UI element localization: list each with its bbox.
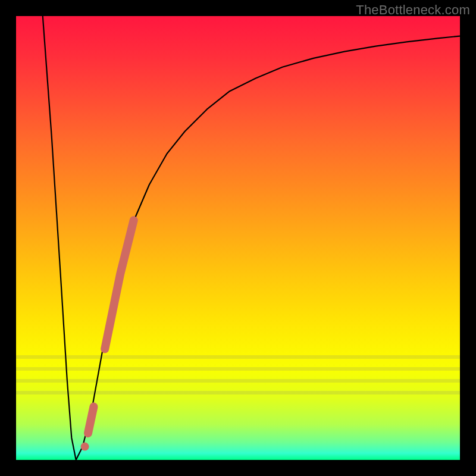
plot-area — [16, 16, 460, 460]
emphasis-marker — [105, 220, 134, 349]
emphasis-marker — [88, 407, 94, 434]
bottleneck-curve — [43, 16, 460, 460]
curve-svg — [16, 16, 460, 460]
chart-frame: TheBottleneck.com — [0, 0, 476, 476]
